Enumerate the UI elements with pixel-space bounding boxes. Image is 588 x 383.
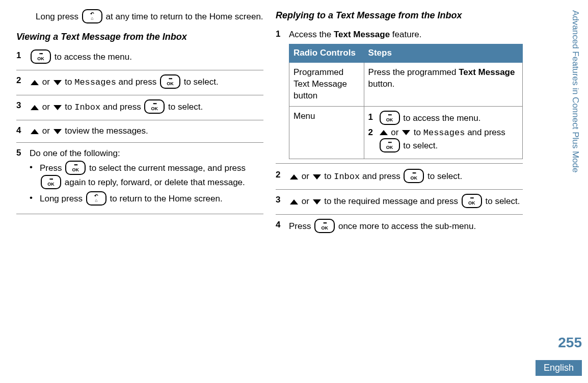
ok-icon: ▪▪▪OK [380,138,400,152]
text: Press [289,221,313,231]
text: to select the current message, and press [89,163,246,173]
step-number: 4 [276,220,289,234]
step-number: 2 [368,127,379,154]
down-icon [313,174,321,180]
ok-icon: ▪▪▪OK [462,194,482,208]
step-2: 2 or to Messages and press ▪▪▪OK to sele… [16,72,263,95]
text: Press [40,163,64,173]
left-column: Long press ↶⌂ at any time to return to t… [16,10,263,241]
ok-icon: ▪▪▪OK [404,169,424,183]
step-2: 2 or to Inbox and press ▪▪▪OK to select. [276,167,523,190]
bold-text: Text Mes­sage [459,67,515,77]
text: Press the programmed [368,67,459,77]
text: at any time to return to the Home screen… [106,12,263,21]
text: or [302,171,312,181]
section-heading: Viewing a Text Message from the Inbox [16,32,263,42]
text: to select. [184,77,219,87]
bold-text: Text Message [334,30,390,39]
table-cell: Menu [289,106,364,159]
up-icon [380,130,388,135]
step-body: Do one of the following: • Press ▪▪▪OK t… [30,148,263,209]
ok-icon: ▪▪▪OK [314,219,335,233]
step-body: or to Inbox and press ▪▪▪OK to select. [289,170,523,184]
step-body: Press ▪▪▪OK once more to access the sub-… [289,220,523,234]
step-body: Access the Text Message feature. Radio C… [289,29,523,159]
up-icon [290,174,298,180]
table-header-row: Radio Controls Steps [289,44,523,62]
bullet-icon: • [30,192,40,207]
step-number: 3 [276,195,289,209]
page-number: 255 [558,335,582,351]
table-cell: Program­med Text Message button [289,62,364,106]
text: to select. [168,102,203,112]
ok-icon: ▪▪▪OK [65,161,86,175]
text: and press [467,127,505,137]
ok-icon: ▪▪▪OK [160,74,180,89]
down-icon [54,129,62,134]
ok-icon: ▪▪▪OK [41,175,61,189]
down-icon [402,130,410,135]
text: or [391,127,401,137]
right-column: Replying to a Text Message from the Inbo… [276,10,523,241]
table-header: Radio Controls [289,44,364,62]
text: to [65,102,74,112]
step-body: ▪▪▪OK to access the menu. [30,50,263,65]
divider [276,163,523,164]
step-number: 3 [16,100,30,115]
radio-controls-table: Radio Controls Steps Program­med Text Me… [289,44,523,159]
intro-paragraph: Long press ↶⌂ at any time to return to t… [16,10,263,24]
text: Access the [289,30,334,39]
text: once more to access the sub-menu. [338,221,476,231]
text: to [414,127,423,137]
section-heading: Replying to a Text Message from the Inbo… [276,10,523,21]
step-number: 1 [368,112,379,126]
text: to select. [403,141,438,150]
ok-icon: ▪▪▪OK [144,99,165,114]
step-body: ▪▪▪OK to access the menu. [379,112,518,126]
bullet-body: Press ▪▪▪OK to select the current messag… [40,162,263,190]
bullet-icon: • [30,162,40,190]
step-number: 4 [16,125,30,137]
step-number: 2 [276,170,289,184]
text: to select. [485,196,520,206]
text: feature. [390,30,421,39]
text: or [42,102,52,112]
ok-icon: ▪▪▪OK [380,111,400,125]
home-icon: ↶⌂ [86,191,106,206]
step-body: or to Messages and press ▪▪▪OK to select… [30,75,263,90]
text: again to reply, forward, or delete that … [65,177,245,187]
step-3: 3 or to Inbox and press ▪▪▪OK to select. [16,97,263,120]
step-1: 1 ▪▪▪OK to access the menu. [16,47,263,70]
step-number: 1 [16,50,30,65]
text: toview the messages. [65,126,148,136]
step-number: 5 [16,148,30,209]
text: or [42,126,52,136]
bullet-body: Long press ↶⌂ to return to the Home scre… [40,192,263,207]
text: to return to the Home screen. [110,194,223,203]
text: to [65,77,74,87]
step-body: or to Messages and press ▪▪▪OK to select… [379,127,518,154]
text: to select. [427,171,462,181]
text: or [302,196,312,206]
text: button. [368,79,395,89]
step-body: or to Inbox and press ▪▪▪OK to select. [30,100,263,115]
step-5: 5 Do one of the following: • Press ▪▪▪OK… [16,145,263,214]
down-icon [54,80,62,85]
chapter-title: Advanced Features in Connect Plus Mode [570,10,580,172]
up-icon [31,105,39,110]
step-number: 1 [276,29,289,159]
step-1: 1 Access the Text Message feature. Radio… [276,26,523,160]
two-column-layout: Long press ↶⌂ at any time to return to t… [0,0,549,241]
step-3: 3 or to the required message and press ▪… [276,192,523,215]
text: and press [119,77,159,87]
ok-icon: ▪▪▪OK [31,49,51,64]
home-icon: ↶⌂ [82,9,102,23]
step-body: or toview the messages. [30,125,263,137]
down-icon [313,199,321,205]
step-4: 4 or toview the messages. [16,122,263,143]
code-text: Inbox [334,172,360,182]
text: or [42,77,52,87]
up-icon [31,80,39,85]
up-icon [31,129,39,134]
inner-step-1: 1 ▪▪▪OK to access the menu. [368,112,518,126]
